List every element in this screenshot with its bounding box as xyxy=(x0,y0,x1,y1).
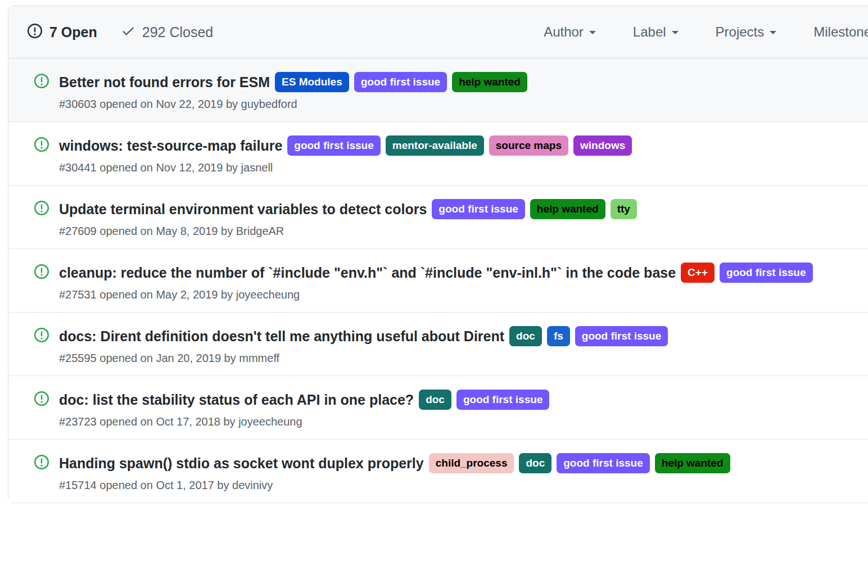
issue-title-link[interactable]: cleanup: reduce the number of `#include … xyxy=(59,265,676,281)
label-doc[interactable]: doc xyxy=(519,453,551,473)
issue-title-link[interactable]: Update terminal environment variables to… xyxy=(59,201,427,217)
label-good-first-issue[interactable]: good first issue xyxy=(354,72,447,92)
issue-row: Better not found errors for ESMES Module… xyxy=(8,58,868,121)
label-fs[interactable]: fs xyxy=(547,326,570,346)
label-c-[interactable]: C++ xyxy=(681,263,715,283)
issue-labels: docfsgood first issue xyxy=(504,333,668,343)
label-source-maps[interactable]: source maps xyxy=(489,135,568,156)
chevron-down-icon xyxy=(672,31,679,38)
closed-issues-filter[interactable]: 292 Closed xyxy=(121,24,213,40)
issue-labels: good first issuehelp wantedtty xyxy=(427,206,637,216)
issue-opened-icon xyxy=(34,391,49,408)
label-doc[interactable]: doc xyxy=(509,326,542,346)
issue-labels: child_processdocgood first issuehelp wan… xyxy=(424,460,730,470)
issue-row-main: docs: Dirent definition doesn't tell me … xyxy=(59,324,818,348)
issue-opened-icon xyxy=(34,137,49,154)
label-good-first-issue[interactable]: good first issue xyxy=(287,135,380,156)
issue-meta-text: #25595 opened on Jan 20, 2019 by mmmeff xyxy=(59,352,862,365)
label-help-wanted[interactable]: help wanted xyxy=(530,199,605,219)
issue-title-link[interactable]: docs: Dirent definition doesn't tell me … xyxy=(59,328,504,344)
filter-bar: Author Label Projects Milestones xyxy=(544,24,868,40)
issue-labels: good first issuementor-availablesource m… xyxy=(282,143,632,152)
issue-row: cleanup: reduce the number of `#include … xyxy=(8,248,868,312)
chevron-down-icon xyxy=(770,31,776,38)
filter-dropdown-label[interactable]: Label xyxy=(633,24,679,40)
issue-opened-icon xyxy=(34,455,49,472)
label-es-modules[interactable]: ES Modules xyxy=(275,72,349,92)
issue-title-link[interactable]: Better not found errors for ESM xyxy=(59,74,270,90)
label-windows[interactable]: windows xyxy=(573,135,632,156)
label-help-wanted[interactable]: help wanted xyxy=(452,72,527,92)
issue-row: doc: list the stability status of each A… xyxy=(8,376,868,439)
issue-row: Update terminal environment variables to… xyxy=(8,185,868,248)
label-child-process[interactable]: child_process xyxy=(429,453,514,473)
issue-meta-text: #27609 opened on May 8, 2019 by BridgeAR xyxy=(59,225,862,238)
label-tty[interactable]: tty xyxy=(611,199,637,219)
issue-row-main: doc: list the stability status of each A… xyxy=(59,388,818,411)
issue-title-link[interactable]: windows: test-source-map failure xyxy=(59,138,282,153)
issue-opened-icon xyxy=(28,24,42,40)
issue-meta-text: #30441 opened on Nov 12, 2019 by jasnell xyxy=(59,161,862,174)
label-good-first-issue[interactable]: good first issue xyxy=(557,453,649,473)
issue-opened-icon xyxy=(34,328,49,345)
filter-label: Author xyxy=(544,24,584,40)
issue-title-link[interactable]: doc: list the stability status of each A… xyxy=(59,392,414,408)
issue-title-link[interactable]: Handing spawn() stdio as socket wont dup… xyxy=(59,455,424,471)
issue-row: windows: test-source-map failuregood fir… xyxy=(8,121,868,185)
issue-labels: ES Modulesgood first issuehelp wanted xyxy=(270,79,527,89)
filter-label: Projects xyxy=(716,24,765,40)
issue-row: Handing spawn() stdio as socket wont dup… xyxy=(8,439,868,503)
issues-list-container: 7 Open 292 Closed Author Label Projects … xyxy=(8,6,868,503)
label-help-wanted[interactable]: help wanted xyxy=(655,453,730,473)
filter-label: Label xyxy=(633,24,666,40)
issue-labels: C++good first issue xyxy=(676,270,812,279)
filter-dropdown-projects[interactable]: Projects xyxy=(716,24,777,40)
filter-dropdown-author[interactable]: Author xyxy=(544,24,596,40)
issues-list: Better not found errors for ESMES Module… xyxy=(8,58,868,503)
label-good-first-issue[interactable]: good first issue xyxy=(456,390,549,410)
open-issues-filter[interactable]: 7 Open xyxy=(28,24,97,40)
label-good-first-issue[interactable]: good first issue xyxy=(720,263,812,283)
filter-dropdown-milestones[interactable]: Milestones xyxy=(813,24,868,40)
label-good-first-issue[interactable]: good first issue xyxy=(575,326,668,346)
issue-opened-icon xyxy=(34,201,49,218)
issue-row-main: windows: test-source-map failuregood fir… xyxy=(59,134,818,157)
issue-row-main: Better not found errors for ESMES Module… xyxy=(59,70,818,94)
issue-opened-icon xyxy=(34,74,49,91)
label-mentor-available[interactable]: mentor-available xyxy=(386,135,484,156)
issue-opened-icon xyxy=(34,264,49,281)
issue-meta-text: #23723 opened on Oct 17, 2018 by joyeech… xyxy=(59,415,862,428)
label-doc[interactable]: doc xyxy=(419,390,451,410)
issues-list-header: 7 Open 292 Closed Author Label Projects … xyxy=(8,6,868,58)
issue-row-main: cleanup: reduce the number of `#include … xyxy=(59,261,818,284)
issue-row-main: Update terminal environment variables to… xyxy=(59,197,818,221)
issue-meta-text: #30603 opened on Nov 22, 2019 by guybedf… xyxy=(59,98,862,111)
issue-labels: docgood first issue xyxy=(414,397,549,406)
issue-row: docs: Dirent definition doesn't tell me … xyxy=(8,312,868,376)
issue-row-main: Handing spawn() stdio as socket wont dup… xyxy=(59,451,818,475)
open-count-label: 7 Open xyxy=(49,24,97,40)
chevron-down-icon xyxy=(589,31,596,38)
check-icon xyxy=(121,24,135,40)
issue-meta-text: #15714 opened on Oct 1, 2017 by devinivy xyxy=(59,479,862,492)
closed-count-label: 292 Closed xyxy=(142,24,213,40)
issue-meta-text: #27531 opened on May 2, 2019 by joyeeche… xyxy=(59,288,862,301)
filter-label: Milestones xyxy=(813,24,868,40)
label-good-first-issue[interactable]: good first issue xyxy=(432,199,525,219)
